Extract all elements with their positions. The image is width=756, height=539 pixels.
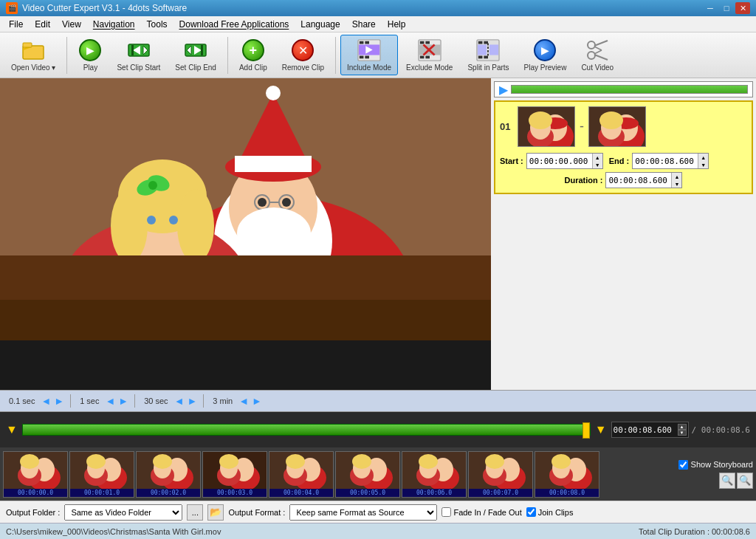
- svg-rect-31: [478, 44, 487, 55]
- menu-help[interactable]: Help: [382, 18, 412, 31]
- start-time-up[interactable]: ▲: [592, 154, 602, 161]
- svg-rect-29: [478, 56, 483, 59]
- svg-point-65: [148, 181, 157, 190]
- scrubber-end-marker[interactable]: [583, 422, 590, 439]
- svg-rect-14: [360, 56, 364, 59]
- end-time-spinbox[interactable]: ▲ ▼: [632, 153, 709, 169]
- svg-rect-12: [360, 41, 364, 44]
- menu-download[interactable]: Download Free Applications: [173, 18, 295, 31]
- interval-1sec: 1 sec: [77, 396, 102, 405]
- film-frame-4[interactable]: 00:00:04.0: [269, 451, 334, 498]
- progress-fill: [512, 86, 747, 93]
- set-clip-end-button[interactable]: Set Clip End: [168, 35, 223, 75]
- show-storyboard-checkbox[interactable]: [678, 460, 688, 470]
- close-button[interactable]: ✕: [735, 2, 750, 14]
- open-folder-button[interactable]: 📂: [207, 504, 224, 521]
- nav-arrow-left-2[interactable]: ◄: [105, 395, 115, 407]
- start-time-spinbox[interactable]: ▲ ▼: [526, 153, 603, 169]
- svg-rect-15: [365, 56, 369, 59]
- menu-edit[interactable]: Edit: [29, 18, 56, 31]
- film-frame-6[interactable]: 00:00:06.0: [402, 451, 467, 498]
- fade-checkbox[interactable]: [441, 507, 451, 517]
- sep3: [335, 37, 336, 74]
- restore-button[interactable]: □: [719, 2, 734, 14]
- menu-tools[interactable]: Tools: [141, 18, 173, 31]
- add-clip-button[interactable]: + Add Clip: [233, 35, 274, 75]
- current-time-input[interactable]: [614, 425, 676, 435]
- play-button[interactable]: ▶ Play: [72, 35, 109, 75]
- include-mode-button[interactable]: Include Mode: [340, 35, 398, 75]
- end-time-input[interactable]: [633, 156, 698, 167]
- output-folder-select[interactable]: Same as Video Folder: [64, 504, 182, 521]
- film-frame-7[interactable]: 00:00:07.0: [468, 451, 533, 498]
- nav-arrow-right-3[interactable]: ►: [187, 395, 197, 407]
- svg-point-49: [258, 198, 267, 207]
- progress-track[interactable]: [511, 85, 748, 94]
- zoom-out-button[interactable]: 🔍: [737, 473, 753, 489]
- svg-point-81: [599, 111, 623, 129]
- join-checkbox[interactable]: [526, 507, 536, 517]
- remove-clip-button[interactable]: ✕ Remove Clip: [275, 35, 331, 75]
- duration-label: Duration :: [565, 176, 603, 185]
- browse-button[interactable]: ...: [187, 504, 203, 521]
- set-clip-end-icon: [184, 38, 207, 62]
- nav-arrow-left-1[interactable]: ◄: [41, 395, 51, 407]
- start-time-down[interactable]: ▼: [592, 161, 602, 168]
- minimize-button[interactable]: ─: [703, 2, 718, 14]
- nav-arrow-left-3[interactable]: ◄: [174, 395, 185, 407]
- end-time-up[interactable]: ▲: [698, 154, 708, 161]
- preview-play-icon: ▶: [534, 39, 556, 61]
- statusbar: C:\Users\mikew_000\Videos\Christmas\Sant…: [0, 523, 756, 539]
- film-frame-1[interactable]: 00:00:01.0: [69, 451, 134, 498]
- start-time-input[interactable]: [527, 156, 592, 167]
- exclude-mode-button[interactable]: Exclude Mode: [399, 35, 459, 75]
- duration-row: Duration : ▲ ▼: [500, 172, 747, 188]
- svg-point-117: [352, 454, 371, 469]
- frame-0-timestamp: 00:00:00.0: [4, 489, 67, 497]
- output-format-select[interactable]: Keep same Format as Source: [289, 504, 437, 521]
- time-down[interactable]: ▼: [678, 430, 687, 436]
- sep-t2: [134, 394, 135, 408]
- titlebar-left: 🎬 Video Cutter Expert V3.1 - 4dots Softw…: [6, 2, 187, 14]
- duration-down[interactable]: ▼: [671, 180, 681, 188]
- zoom-in-button[interactable]: 🔍: [719, 473, 735, 489]
- split-in-parts-label: Split in Parts: [467, 63, 509, 72]
- end-time-down[interactable]: ▼: [698, 161, 708, 168]
- nav-arrow-right-4[interactable]: ►: [252, 395, 262, 407]
- nav-arrow-right-1[interactable]: ►: [54, 395, 64, 407]
- scrubber-start-marker[interactable]: ▼: [6, 423, 18, 436]
- menu-navigation[interactable]: Navigation: [87, 18, 141, 31]
- film-frame-8[interactable]: 00:00:08.0: [535, 451, 599, 498]
- svg-point-87: [20, 454, 39, 469]
- svg-point-35: [588, 41, 595, 49]
- nav-arrow-right-2[interactable]: ►: [118, 395, 128, 407]
- show-storyboard-label[interactable]: Show Storyboard: [678, 460, 753, 470]
- open-video-button[interactable]: Open Video ▾: [4, 35, 62, 75]
- film-frame-2[interactable]: 00:00:02.0: [136, 451, 201, 498]
- preview-play-icon[interactable]: ▶: [499, 83, 508, 97]
- split-in-parts-button[interactable]: Split in Parts: [461, 35, 515, 75]
- set-clip-start-button[interactable]: Set Clip Start: [110, 35, 167, 75]
- join-label[interactable]: Join Clips: [526, 507, 574, 517]
- cut-video-button[interactable]: Cut Video: [574, 35, 620, 75]
- cut-video-icon: [585, 38, 609, 62]
- nav-arrow-left-4[interactable]: ◄: [238, 395, 249, 407]
- svg-point-55: [237, 207, 311, 259]
- film-frame-0[interactable]: 00:00:00.0: [3, 451, 68, 498]
- play-preview-button[interactable]: ▶ Play Preview: [518, 35, 574, 75]
- fade-label[interactable]: Fade In / Fade Out: [441, 507, 521, 517]
- menu-share[interactable]: Share: [346, 18, 382, 31]
- duration-spinbox[interactable]: ▲ ▼: [605, 172, 682, 188]
- duration-up[interactable]: ▲: [671, 173, 681, 180]
- scrubber-track[interactable]: [22, 424, 591, 436]
- film-frame-5[interactable]: 00:00:05.0: [335, 451, 400, 498]
- time-up[interactable]: ▲: [678, 424, 687, 430]
- titlebar-controls[interactable]: ─ □ ✕: [703, 2, 750, 14]
- svg-point-99: [153, 454, 172, 469]
- menu-view[interactable]: View: [56, 18, 87, 31]
- time-box[interactable]: ▲ ▼: [611, 422, 689, 438]
- menu-language[interactable]: Language: [295, 18, 346, 31]
- film-frame-3[interactable]: 00:00:03.0: [202, 451, 267, 498]
- duration-input[interactable]: [606, 175, 671, 186]
- menu-file[interactable]: File: [3, 18, 29, 31]
